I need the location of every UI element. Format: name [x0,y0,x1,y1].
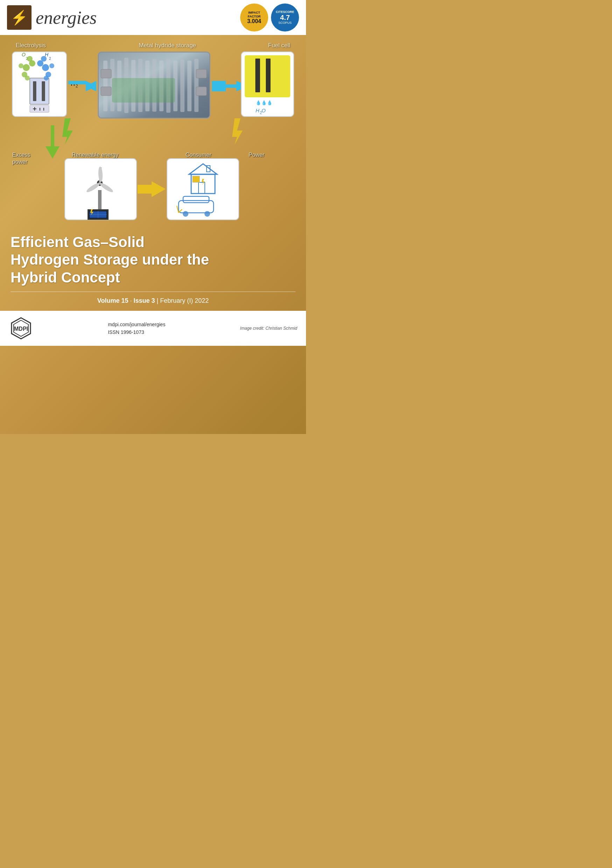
svg-rect-2 [33,82,36,101]
svg-text:2: 2 [49,57,51,60]
svg-text:2: 2 [26,57,28,60]
footer-text: mdpi.com/journal/energies ISSN 1996-1073 [108,321,165,336]
svg-text:H: H [256,107,259,113]
impact-factor-value: 3.004 [247,19,261,24]
svg-rect-56 [256,59,260,92]
svg-rect-42 [180,59,185,112]
lightning-icon: ⚡ [11,11,28,25]
svg-point-10 [42,64,49,71]
svg-rect-47 [101,87,111,96]
label-fuel-cell: Fuel cell [268,42,290,49]
svg-point-94 [205,211,210,217]
diagram-svg: O 2 H 2 H 2 [11,50,295,222]
svg-point-9 [25,76,30,81]
citescore-sub: SCOPUS [278,21,292,25]
citescore-badge: CITESCORE 4.7 SCOPUS [271,3,299,31]
footer-issn: ISSN 1996-1073 [108,328,165,336]
mdpi-hex-icon: MDPI [9,316,33,341]
header: ⚡ energies IMPACTFACTOR 3.004 CITESCORE … [0,0,306,35]
volume-dot: · [130,297,134,304]
svg-rect-49 [196,87,207,96]
date-separator: | [157,297,160,304]
impact-factor-badge: IMPACTFACTOR 3.004 [240,3,268,31]
logo-box: ⚡ [7,5,31,30]
svg-marker-62 [62,118,73,144]
svg-text:power: power [12,159,28,165]
svg-rect-45 [112,78,175,102]
diagram-area: Electrolysis Metal hydride storage Fuel … [11,42,295,223]
volume-label: Volume 15 [97,297,129,304]
volume-info: Volume 15 · Issue 3 | February (I) 2022 [11,297,295,304]
mdpi-logo-area: MDPI [9,316,33,341]
svg-rect-48 [196,69,207,78]
svg-rect-89 [193,176,200,182]
svg-rect-31 [103,60,107,111]
svg-text:MDPI: MDPI [14,326,28,332]
svg-text:2: 2 [76,84,78,88]
svg-text:Consumer: Consumer [186,152,211,158]
svg-rect-44 [194,59,199,112]
impact-factor-label: IMPACTFACTOR [248,11,261,19]
issue-label: Issue 3 [134,297,155,304]
svg-rect-46 [101,69,111,78]
article-title: Efficient Gas–SolidHydrogen Storage unde… [11,234,295,286]
page: ⚡ energies IMPACTFACTOR 3.004 CITESCORE … [0,0,306,434]
title-section: Efficient Gas–SolidHydrogen Storage unde… [0,226,306,308]
svg-rect-20 [30,105,49,112]
title-divider [11,291,295,292]
svg-text:O: O [261,107,266,113]
badges-area: IMPACTFACTOR 3.004 CITESCORE 4.7 SCOPUS [240,3,299,31]
svg-marker-63 [232,118,242,144]
image-credit: Image credit: Christian Schmid [240,326,297,331]
article-date: February (I) 2022 [160,297,209,304]
svg-rect-3 [42,82,45,101]
svg-point-8 [19,64,23,68]
label-metal-hydride: Metal hydride storage [139,42,196,49]
svg-point-14 [50,64,54,68]
citescore-value: 4.7 [280,14,290,21]
svg-text:💧💧💧: 💧💧💧 [256,100,273,106]
svg-point-93 [183,211,188,217]
logo-area: ⚡ energies [7,5,96,30]
svg-marker-97 [45,125,59,158]
svg-text:Renewable energy: Renewable energy [72,152,118,158]
label-electrolysis: Electrolysis [16,42,46,49]
svg-rect-43 [187,60,191,111]
footer-url: mdpi.com/journal/energies [108,321,165,328]
svg-rect-1 [30,78,49,104]
svg-point-4 [23,64,30,71]
footer: MDPI mdpi.com/journal/energies ISSN 1996… [0,311,306,346]
svg-rect-57 [266,59,270,92]
svg-text:Power: Power [249,152,265,158]
main-content: Electrolysis Metal hydride storage Fuel … [0,35,306,226]
svg-text:Excess: Excess [12,152,31,158]
svg-marker-83 [138,181,166,197]
svg-text:H: H [45,52,49,57]
journal-name: energies [36,7,96,28]
svg-point-15 [44,76,49,81]
diagram-labels-row: Electrolysis Metal hydride storage Fuel … [11,42,295,49]
svg-text:O: O [22,52,26,57]
article-title-text: Efficient Gas–SolidHydrogen Storage unde… [11,234,209,285]
